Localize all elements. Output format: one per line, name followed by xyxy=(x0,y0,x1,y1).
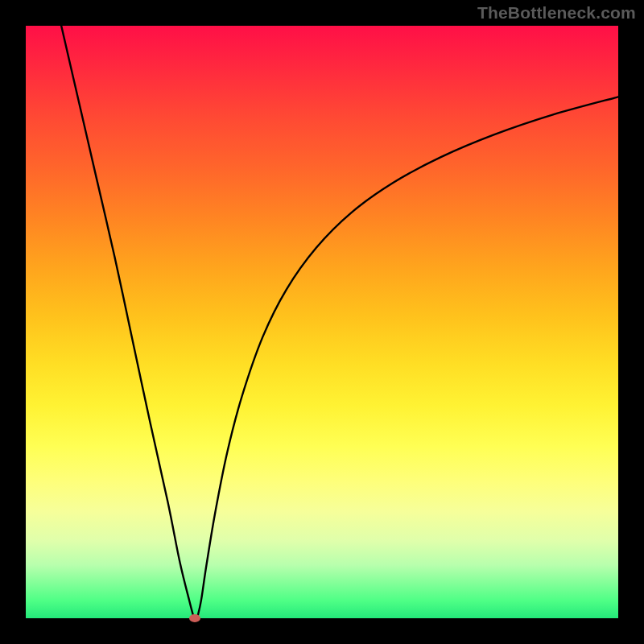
bottleneck-marker xyxy=(189,614,200,622)
watermark-text: TheBottleneck.com xyxy=(477,3,636,23)
plot-area xyxy=(26,26,618,618)
curve-layer xyxy=(26,26,618,618)
curve-right-branch xyxy=(197,97,618,616)
chart-frame: TheBottleneck.com xyxy=(0,0,644,644)
curve-left-branch xyxy=(61,26,193,617)
